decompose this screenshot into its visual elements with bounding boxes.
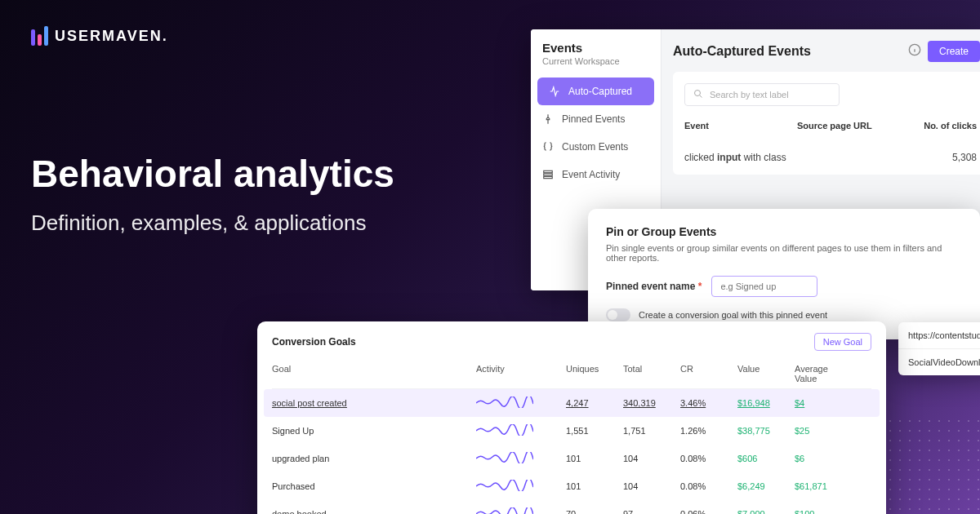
goals-row[interactable]: social post created4,247340,3193.46%$16,… bbox=[264, 389, 880, 417]
brand-name: USERMAVEN. bbox=[55, 28, 168, 45]
clicks-col-header: No. of clicks bbox=[911, 121, 977, 131]
hero-title: Behavioral analytics bbox=[31, 152, 394, 196]
value-col-header: Value bbox=[737, 364, 795, 383]
sidebar-item-auto-captured[interactable]: Auto-Captured bbox=[537, 78, 654, 105]
pin-panel: Pin or Group Events Pin single events or… bbox=[588, 209, 980, 339]
info-icon[interactable] bbox=[908, 43, 921, 60]
sidebar-item-label: Event Activity bbox=[562, 169, 620, 180]
braces-icon bbox=[542, 141, 554, 153]
hero-block: Behavioral analytics Definition, example… bbox=[31, 152, 394, 236]
goals-row[interactable]: upgraded plan1011040.08%$606$6 bbox=[272, 445, 871, 472]
event-prefix: clicked bbox=[684, 152, 717, 163]
goals-row[interactable]: Purchased1011040.08%$6,249$61,871 bbox=[272, 472, 871, 500]
uniques-value: 70 bbox=[566, 509, 623, 514]
goal-name: upgraded plan bbox=[272, 454, 476, 463]
event-element: input bbox=[717, 152, 741, 163]
new-goal-button[interactable]: New Goal bbox=[814, 333, 871, 351]
activity-sparkline bbox=[476, 480, 566, 493]
svg-rect-1 bbox=[544, 174, 553, 175]
avg-value: $61,871 bbox=[795, 481, 852, 491]
sidebar-item-label: Auto-Captured bbox=[568, 86, 632, 97]
avg-value: $25 bbox=[795, 426, 852, 436]
pin-description: Pin single events or group similar event… bbox=[606, 243, 962, 263]
pinned-event-name-input[interactable] bbox=[711, 276, 817, 297]
sidebar-item-label: Pinned Events bbox=[562, 113, 625, 125]
cr-value: 3.46% bbox=[680, 398, 737, 408]
url-list-panel: https://contentstudi SocialVideoDownlo bbox=[898, 322, 980, 375]
create-button[interactable]: Create bbox=[928, 41, 980, 62]
uniques-value: 101 bbox=[566, 454, 623, 463]
uniques-value: 101 bbox=[566, 481, 623, 491]
pin-title: Pin or Group Events bbox=[606, 225, 962, 238]
goals-panel: Conversion Goals New Goal Goal Activity … bbox=[257, 321, 886, 514]
activity-sparkline bbox=[476, 397, 566, 410]
goal-name: demo booked bbox=[272, 509, 476, 514]
list-icon bbox=[542, 169, 554, 180]
cr-value: 1.26% bbox=[680, 426, 737, 436]
goal-name: Purchased bbox=[272, 481, 476, 491]
events-card: Search by text label Event Source page U… bbox=[673, 72, 980, 175]
pinned-event-name-label: Pinned event name * bbox=[606, 281, 702, 292]
uniques-value: 4,247 bbox=[566, 398, 623, 408]
goals-title: Conversion Goals bbox=[272, 336, 356, 348]
url-item[interactable]: SocialVideoDownlo bbox=[898, 349, 980, 375]
search-input[interactable]: Search by text label bbox=[684, 83, 840, 106]
cr-value: 0.06% bbox=[680, 509, 737, 514]
uniques-value: 1,551 bbox=[566, 426, 623, 436]
value-amount: $606 bbox=[737, 454, 795, 463]
toggle-label: Create a conversion goal with this pinne… bbox=[639, 310, 827, 320]
value-amount: $7,000 bbox=[737, 509, 795, 514]
total-value: 1,751 bbox=[623, 426, 680, 436]
search-icon bbox=[693, 89, 703, 100]
total-value: 104 bbox=[623, 481, 680, 491]
svg-point-4 bbox=[695, 91, 701, 96]
event-col-header: Event bbox=[684, 121, 797, 131]
events-sidebar-title: Events bbox=[531, 41, 661, 56]
avg-value: $100 bbox=[795, 509, 852, 514]
sidebar-item-pinned-events[interactable]: Pinned Events bbox=[531, 105, 661, 133]
sidebar-item-custom-events[interactable]: Custom Events bbox=[531, 133, 661, 161]
event-suffix: with class bbox=[741, 152, 786, 163]
brand-logo: USERMAVEN. bbox=[31, 26, 168, 46]
goal-name: social post created bbox=[272, 398, 476, 408]
events-main-title: Auto-Captured Events bbox=[673, 44, 811, 59]
required-indicator: * bbox=[698, 281, 702, 292]
events-sidebar-subtitle: Current Workspace bbox=[531, 56, 661, 78]
sidebar-item-event-activity[interactable]: Event Activity bbox=[531, 161, 661, 188]
activity-sparkline bbox=[476, 507, 566, 514]
hero-subtitle: Definition, examples, & applications bbox=[31, 210, 394, 236]
avg-value: $6 bbox=[795, 454, 852, 463]
goal-name: Signed Up bbox=[272, 426, 476, 436]
logo-icon bbox=[31, 26, 48, 46]
cr-col-header: CR bbox=[680, 364, 737, 383]
total-value: 340,319 bbox=[623, 398, 680, 408]
total-col-header: Total bbox=[623, 364, 680, 383]
cr-value: 0.08% bbox=[680, 454, 737, 463]
activity-sparkline bbox=[476, 424, 566, 437]
pulse-icon bbox=[549, 86, 560, 97]
total-value: 97 bbox=[623, 509, 680, 514]
avg-value: $4 bbox=[795, 398, 852, 408]
event-row[interactable]: clicked input with class 5,308 bbox=[684, 152, 977, 163]
svg-rect-0 bbox=[544, 171, 553, 172]
goal-col-header: Goal bbox=[272, 364, 476, 383]
events-table-header: Event Source page URL No. of clicks bbox=[684, 121, 977, 131]
activity-sparkline bbox=[476, 452, 566, 465]
event-clicks: 5,308 bbox=[911, 152, 977, 163]
pin-icon bbox=[542, 113, 554, 125]
conversion-goal-toggle[interactable] bbox=[606, 308, 630, 321]
url-item[interactable]: https://contentstudi bbox=[898, 322, 980, 349]
value-amount: $38,775 bbox=[737, 426, 795, 436]
search-placeholder: Search by text label bbox=[710, 90, 789, 100]
value-amount: $16,948 bbox=[737, 398, 795, 408]
svg-rect-2 bbox=[544, 176, 553, 178]
avg-col-header: Average Value bbox=[795, 364, 852, 383]
total-value: 104 bbox=[623, 454, 680, 463]
goals-row[interactable]: demo booked70970.06%$7,000$100 bbox=[272, 500, 871, 514]
value-amount: $6,249 bbox=[737, 481, 795, 491]
goals-row[interactable]: Signed Up1,5511,7511.26%$38,775$25 bbox=[272, 417, 871, 445]
goals-table-header: Goal Activity Uniques Total CR Value Ave… bbox=[272, 359, 871, 389]
sidebar-item-label: Custom Events bbox=[562, 141, 628, 153]
uniques-col-header: Uniques bbox=[566, 364, 623, 383]
source-col-header: Source page URL bbox=[797, 121, 911, 131]
